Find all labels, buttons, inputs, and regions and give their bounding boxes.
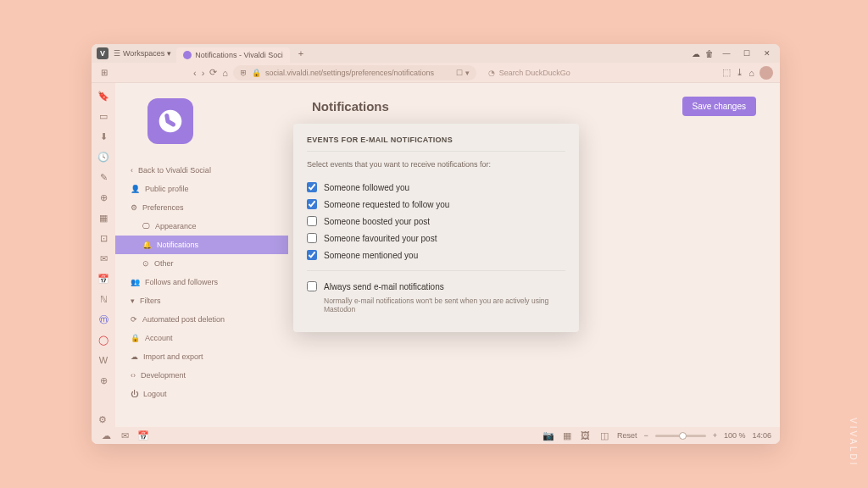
nav-automated[interactable]: ⟳Automated post deletion	[115, 310, 288, 329]
tile-icon[interactable]: ▦	[561, 430, 573, 441]
window-panel-icon[interactable]: ▦	[97, 212, 109, 224]
event-checkbox[interactable]	[307, 199, 317, 209]
sync-status-icon[interactable]: ☁	[100, 430, 112, 441]
titlebar: V ☰ Workspaces ▾ Notifications - Vivaldi…	[92, 44, 780, 63]
event-checkbox[interactable]	[307, 216, 317, 226]
browser-tab[interactable]: Notifications - Vivaldi Soci	[176, 47, 289, 63]
picture-icon[interactable]: 🖼	[580, 430, 592, 441]
downloads-panel-icon[interactable]: ⬇	[97, 130, 109, 142]
always-description: Normally e-mail notifications won't be s…	[324, 297, 565, 313]
profile-avatar[interactable]	[760, 66, 773, 80]
home-button[interactable]: ⌂	[222, 68, 228, 78]
download-icon[interactable]: ⤓	[736, 67, 743, 78]
history-panel-icon[interactable]: 🕓	[97, 151, 109, 163]
close-button[interactable]: ✕	[760, 47, 775, 59]
email-event-option[interactable]: Someone boosted your post	[307, 213, 565, 230]
nav-logout[interactable]: ⏻Logout	[115, 385, 288, 403]
translate-icon[interactable]: ⊕	[97, 191, 109, 203]
nav-public-profile[interactable]: 👤Public profile	[115, 180, 288, 198]
email-event-option[interactable]: Someone mentioned you	[307, 247, 565, 263]
extensions-icon[interactable]: ⬚	[722, 67, 731, 78]
gear-icon: ⚙	[131, 203, 137, 212]
chevron-left-icon: ‹	[131, 166, 133, 175]
tabs-panel-icon[interactable]: ⊡	[97, 232, 109, 244]
bookmarks-panel-icon[interactable]: 🔖	[97, 90, 109, 102]
calendar-status-icon[interactable]: 📅	[137, 430, 149, 441]
event-checkbox[interactable]	[307, 233, 317, 243]
opera-panel-icon[interactable]: ◯	[97, 334, 109, 346]
toolbar: ⊞ ‹ › ⟳ ⌂ ⛨ 🔒 social.vivaldi.net/setting…	[92, 63, 780, 83]
vivaldi-logo-icon[interactable]: V	[97, 47, 108, 59]
lock-icon: 🔒	[252, 69, 261, 77]
people-icon: 👥	[131, 278, 140, 286]
bell-icon: 🔔	[142, 241, 152, 249]
add-panel-icon[interactable]: ⊕	[97, 374, 109, 386]
search-placeholder: Search DuckDuckGo	[499, 69, 570, 77]
back-button[interactable]: ‹	[193, 68, 197, 78]
search-bar[interactable]: ◔ Search DuckDuckGo	[481, 69, 718, 77]
email-event-option[interactable]: Someone followed you	[307, 179, 565, 196]
clock-icon: ⟳	[131, 315, 137, 324]
workspaces-dropdown[interactable]: ☰ Workspaces ▾	[114, 49, 171, 58]
nav-filters[interactable]: ▾Filters	[115, 291, 288, 310]
wikipedia-panel-icon[interactable]: W	[97, 354, 109, 366]
nav-back[interactable]: ‹Back to Vivaldi Social	[115, 161, 288, 180]
feeds-panel-icon[interactable]: ℕ	[97, 293, 109, 305]
user-icon: 👤	[131, 185, 140, 193]
address-bar[interactable]: ⛨ 🔒 social.vivaldi.net/settings/preferen…	[233, 65, 476, 80]
nav-notifications[interactable]: 🔔Notifications	[115, 236, 288, 254]
mastodon-panel-icon[interactable]: ⓜ	[97, 313, 109, 325]
settings-panel-icon[interactable]: ⚙	[98, 414, 107, 425]
bookmark-icon[interactable]: ☐ ▾	[456, 69, 470, 77]
nav-account[interactable]: 🔒Account	[115, 329, 288, 347]
forward-button[interactable]: ›	[202, 68, 205, 78]
zoom-thumb[interactable]	[679, 432, 687, 440]
nav-import[interactable]: ☁Import and export	[115, 347, 288, 366]
zoom-out-icon[interactable]: −	[643, 431, 648, 440]
zoom-in-icon[interactable]: +	[713, 431, 717, 440]
panel-toggle-icon[interactable]: ⊞	[98, 67, 110, 79]
calendar-panel-icon[interactable]: 📅	[97, 273, 109, 285]
event-label: Someone requested to follow you	[324, 200, 449, 209]
save-button[interactable]: Save changes	[682, 97, 756, 116]
nav-dev[interactable]: ‹›Development	[115, 366, 288, 385]
always-checkbox[interactable]	[307, 281, 317, 291]
zoom-reset[interactable]: Reset	[617, 431, 637, 440]
zoom-slider[interactable]	[655, 435, 706, 437]
popup-subtitle: Select events that you want to receive n…	[307, 151, 565, 169]
maximize-button[interactable]: ☐	[739, 47, 754, 59]
brand-watermark: VIVALDI	[849, 418, 858, 468]
always-send-option[interactable]: Always send e-mail notifications	[307, 278, 565, 295]
monitor-icon: 🖵	[142, 222, 150, 230]
nav-appearance[interactable]: 🖵Appearance	[115, 217, 288, 236]
notes-panel-icon[interactable]: ✎	[97, 171, 109, 183]
cloud-icon[interactable]: ☁	[692, 49, 700, 58]
dots-icon: ⊙	[142, 259, 149, 268]
panel-sidebar: 🔖 ▭ ⬇ 🕓 ✎ ⊕ ▦ ⊡ ✉ 📅 ℕ ⓜ ◯ W ⊕ ⚙	[92, 83, 115, 427]
url-text: social.vivaldi.net/settings/preferences/…	[265, 69, 434, 77]
clock-value: 14:06	[752, 431, 771, 440]
event-label: Someone mentioned you	[324, 251, 418, 260]
filter-icon: ▾	[131, 297, 135, 305]
capture-icon[interactable]: 📷	[542, 430, 554, 441]
email-event-option[interactable]: Someone requested to follow you	[307, 196, 565, 213]
ruler-icon[interactable]: ◫	[598, 430, 610, 441]
reload-button[interactable]: ⟳	[209, 67, 217, 78]
event-checkbox[interactable]	[307, 250, 317, 260]
shield-icon: ⛨	[240, 69, 248, 77]
page-header: Notifications Save changes	[312, 97, 756, 116]
event-checkbox[interactable]	[307, 182, 317, 192]
email-event-option[interactable]: Someone favourited your post	[307, 230, 565, 247]
mail-status-icon[interactable]: ✉	[119, 430, 131, 441]
nav-preferences[interactable]: ⚙Preferences	[115, 198, 288, 217]
trash-icon[interactable]: 🗑	[705, 49, 714, 58]
reading-list-icon[interactable]: ▭	[97, 110, 109, 122]
nav-other[interactable]: ⊙Other	[115, 254, 288, 273]
mail-panel-icon[interactable]: ✉	[97, 252, 109, 264]
new-tab-button[interactable]: +	[298, 48, 303, 58]
always-label: Always send e-mail notifications	[324, 282, 444, 291]
settings-nav: ‹Back to Vivaldi Social 👤Public profile …	[115, 83, 288, 427]
nav-follows[interactable]: 👥Follows and followers	[115, 273, 288, 291]
minimize-button[interactable]: —	[719, 47, 734, 59]
home2-icon[interactable]: ⌂	[748, 68, 754, 78]
